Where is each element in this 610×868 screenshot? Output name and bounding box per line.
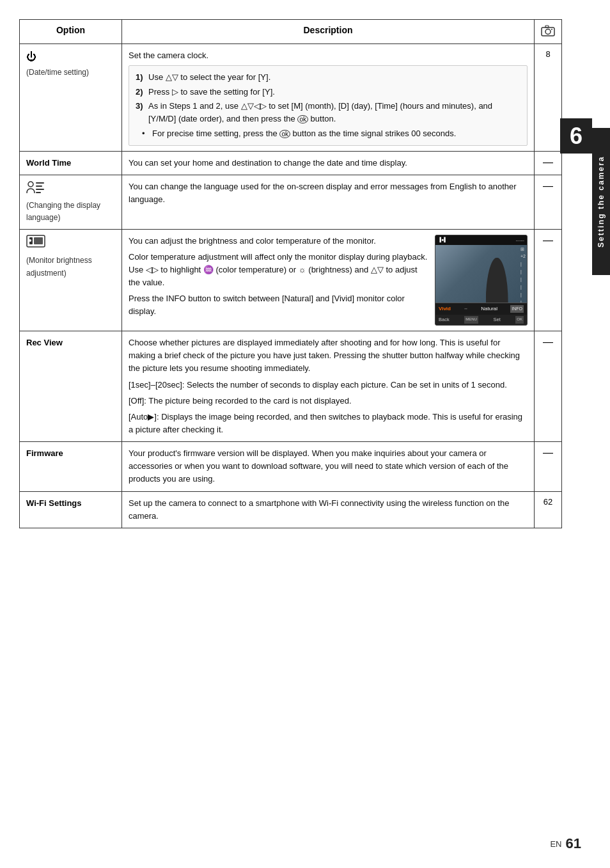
world-time-label: World Time [26, 158, 71, 168]
option-world-time: World Time [20, 151, 122, 175]
camera-top-bar: ▐●▌ ....... [435, 235, 527, 245]
desc-date-time: Set the camera clock. 1) Use △▽ to selec… [122, 44, 535, 152]
display-language-label: (Changing the display language) [26, 201, 100, 223]
camera-photo-area: ⊞ +2 | | | | | | | [435, 245, 527, 303]
col-header-description: Description [122, 20, 535, 44]
option-wifi-settings: Wi-Fi Settings [20, 491, 122, 528]
desc-monitor-brightness: You can adjust the brightness and color … [122, 229, 535, 331]
desc-wifi-settings: Set up the camera to connect to a smartp… [122, 491, 535, 528]
natural-label: Natural [481, 305, 497, 313]
monitor-icon [26, 235, 115, 253]
row-wifi-settings: Wi-Fi Settings Set up the camera to conn… [20, 491, 562, 528]
svg-point-1 [545, 29, 551, 35]
camera-back-set-bar: Back MENU Set OK [435, 315, 527, 325]
date-time-label: (Date/time setting) [26, 68, 89, 77]
row-display-language: (Changing the display language) You can … [20, 175, 562, 229]
display-language-desc: You can change the language used for the… [129, 180, 528, 206]
camera-ref-icon [541, 25, 555, 36]
chapter-number: 6 [560, 118, 592, 154]
step-1: 1) Use △▽ to select the year for [Y]. [136, 71, 520, 84]
set-label: Set [493, 316, 500, 324]
date-time-intro: Set the camera clock. [129, 49, 528, 62]
col-header-option: Option [20, 20, 122, 44]
ref-monitor-brightness: — [535, 229, 562, 331]
page-wrapper: 6 Setting the camera Option Description [0, 0, 610, 868]
camera-screen-sim: ▐●▌ ....... ⊞ +2 [435, 235, 528, 326]
row-monitor-brightness: (Monitor brightness adjustment) You can … [20, 229, 562, 331]
ok-label: OK [515, 316, 524, 324]
page-number-wrapper: EN 61 [550, 835, 581, 852]
date-time-instructions: 1) Use △▽ to select the year for [Y]. 2)… [129, 65, 528, 146]
page-label: EN [550, 839, 561, 849]
option-rec-view: Rec View [20, 331, 122, 442]
ref-firmware: — [535, 442, 562, 491]
option-firmware: Firmware [20, 442, 122, 491]
row-firmware: Firmware Your product's firmware version… [20, 442, 562, 491]
ref-display-language: — [535, 175, 562, 229]
camera-vivid-natural-bar: Vivid ↔ Natural INFO [435, 303, 527, 315]
rec-view-desc-4: [Auto▶]: Displays the image being record… [129, 411, 528, 436]
power-icon: ⏻ [26, 49, 115, 65]
monitor-text-block: You can adjust the brightness and color … [129, 235, 428, 326]
desc-world-time: You can set your home and destination to… [122, 151, 535, 175]
ref-wifi-settings: 62 [535, 491, 562, 528]
photo-content [435, 245, 527, 303]
camera-right-controls: ⊞ +2 | | | | | | | [520, 246, 526, 303]
svg-point-4 [28, 182, 33, 187]
monitor-content: You can adjust the brightness and color … [129, 235, 528, 326]
svg-rect-6 [36, 185, 42, 187]
settings-table: Option Description [19, 19, 562, 528]
svg-point-12 [29, 239, 31, 242]
rec-view-desc-1: Choose whether pictures are displayed im… [129, 336, 528, 375]
chapter-sidebar-label: Setting the camera [592, 128, 610, 275]
world-time-desc: You can set your home and destination to… [129, 157, 528, 170]
monitor-desc-2: Color temperature adjustment will affect… [129, 251, 428, 289]
firmware-desc: Your product's firmware version will be … [129, 447, 528, 485]
row-world-time: World Time You can set your home and des… [20, 151, 562, 175]
page-number: 61 [566, 835, 581, 852]
option-monitor-brightness: (Monitor brightness adjustment) [20, 229, 122, 331]
ref-date-time: 8 [535, 44, 562, 152]
monitor-screenshot: ▐●▌ ....... ⊞ +2 [435, 235, 528, 326]
table-container: Option Description [19, 19, 562, 528]
menu-label: MENU [464, 316, 478, 324]
option-display-language: (Changing the display language) [20, 175, 122, 229]
step-2: 2) Press ▷ to save the setting for [Y]. [136, 86, 520, 99]
wifi-settings-label: Wi-Fi Settings [26, 498, 82, 508]
ref-world-time: — [535, 151, 562, 175]
wifi-settings-desc: Set up the camera to connect to a smartp… [129, 497, 528, 523]
svg-rect-2 [545, 26, 549, 28]
svg-rect-5 [36, 182, 44, 184]
info-label: INFO [510, 305, 524, 313]
option-date-time: ⏻ (Date/time setting) [20, 44, 122, 152]
date-time-steps: 1) Use △▽ to select the year for [Y]. 2)… [136, 71, 520, 125]
row-date-time: ⏻ (Date/time setting) Set the camera clo… [20, 44, 562, 152]
rec-view-desc-3: [Off]: The picture being recorded to the… [129, 395, 528, 407]
date-time-bullet: • For precise time setting, press the ok… [136, 127, 520, 140]
col-header-ref [535, 20, 562, 44]
back-label: Back [439, 316, 450, 324]
language-icon [26, 180, 115, 199]
rec-view-desc-2: [1sec]–[20sec]: Selects the number of se… [129, 379, 528, 391]
monitor-desc-3: Press the INFO button to switch between … [129, 292, 428, 318]
monitor-brightness-label: (Monitor brightness adjustment) [26, 256, 92, 278]
svg-rect-7 [36, 189, 44, 190]
desc-display-language: You can change the language used for the… [122, 175, 535, 229]
firmware-label: Firmware [26, 448, 63, 458]
svg-rect-8 [36, 192, 41, 193]
svg-point-3 [551, 29, 552, 30]
ref-rec-view: — [535, 331, 562, 442]
desc-rec-view: Choose whether pictures are displayed im… [122, 331, 535, 442]
row-rec-view: Rec View Choose whether pictures are dis… [20, 331, 562, 442]
monitor-desc-1: You can adjust the brightness and color … [129, 235, 428, 248]
rec-view-label: Rec View [26, 338, 63, 347]
svg-rect-11 [34, 237, 43, 244]
desc-firmware: Your product's firmware version will be … [122, 442, 535, 491]
step-3: 3) As in Steps 1 and 2, use △▽◁▷ to set … [136, 100, 520, 125]
vivid-label: Vivid [439, 305, 451, 313]
